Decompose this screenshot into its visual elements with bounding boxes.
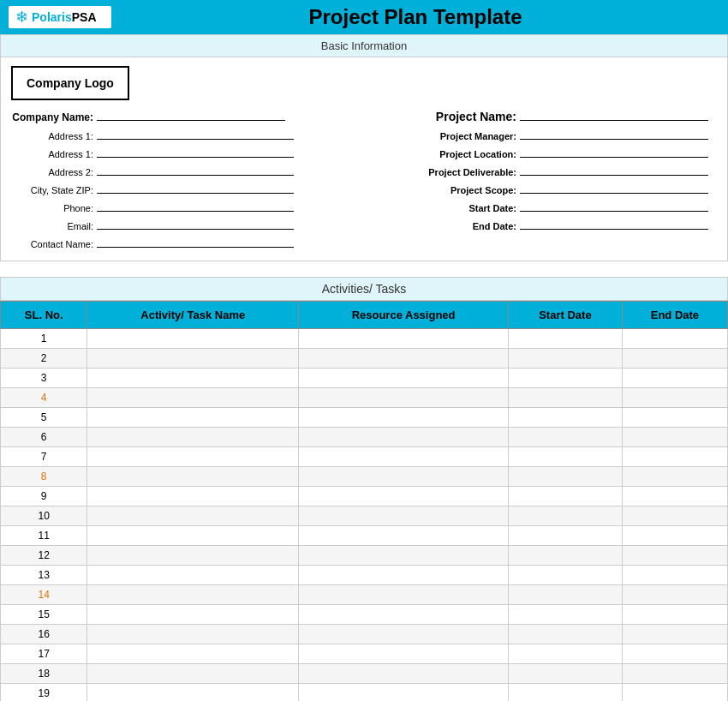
project-scope-row: Project Scope: <box>360 180 708 195</box>
row-activity[interactable] <box>87 447 299 467</box>
row-resource[interactable] <box>299 487 509 506</box>
row-startdate[interactable] <box>509 625 623 644</box>
row-resource[interactable] <box>299 625 509 644</box>
row-resource[interactable] <box>299 368 509 388</box>
row-number: 10 <box>1 506 87 526</box>
row-resource[interactable] <box>299 349 509 368</box>
row-resource[interactable] <box>299 506 509 526</box>
row-resource[interactable] <box>299 644 509 664</box>
row-resource[interactable] <box>299 664 509 684</box>
row-startdate[interactable] <box>509 526 623 546</box>
row-activity[interactable] <box>87 388 299 408</box>
row-startdate[interactable] <box>509 566 623 585</box>
phone-field[interactable] <box>97 198 294 212</box>
row-enddate[interactable] <box>622 625 727 644</box>
row-resource[interactable] <box>299 408 509 428</box>
row-resource[interactable] <box>299 447 509 467</box>
row-activity[interactable] <box>87 664 299 684</box>
row-enddate[interactable] <box>622 526 727 546</box>
row-enddate[interactable] <box>622 644 727 664</box>
row-activity[interactable] <box>87 625 299 644</box>
row-activity[interactable] <box>87 605 299 625</box>
row-enddate[interactable] <box>622 605 727 625</box>
row-enddate[interactable] <box>622 349 727 368</box>
row-enddate[interactable] <box>622 447 727 467</box>
row-startdate[interactable] <box>509 546 623 566</box>
row-activity[interactable] <box>87 467 299 487</box>
row-resource[interactable] <box>299 428 509 447</box>
row-enddate[interactable] <box>622 684 727 702</box>
row-enddate[interactable] <box>622 428 727 447</box>
email-field[interactable] <box>97 216 294 230</box>
contact-field[interactable] <box>97 234 294 248</box>
row-activity[interactable] <box>87 644 299 664</box>
row-activity[interactable] <box>87 368 299 388</box>
row-activity[interactable] <box>87 487 299 506</box>
row-enddate[interactable] <box>622 585 727 605</box>
row-activity[interactable] <box>87 684 299 702</box>
project-deliverable-field[interactable] <box>520 162 708 176</box>
row-resource[interactable] <box>299 605 509 625</box>
row-startdate[interactable] <box>509 605 623 625</box>
row-enddate[interactable] <box>622 664 727 684</box>
row-startdate[interactable] <box>509 349 623 368</box>
email-row: Email: <box>11 216 360 231</box>
row-startdate[interactable] <box>509 664 623 684</box>
row-activity[interactable] <box>87 506 299 526</box>
project-name-field[interactable] <box>520 107 708 121</box>
phone-row: Phone: <box>11 198 360 213</box>
table-row: 1 <box>1 329 728 349</box>
row-startdate[interactable] <box>509 467 623 487</box>
row-resource[interactable] <box>299 566 509 585</box>
row-enddate[interactable] <box>622 487 727 506</box>
row-startdate[interactable] <box>509 408 623 428</box>
city-field[interactable] <box>97 180 294 194</box>
table-row: 18 <box>1 664 728 684</box>
project-manager-field[interactable] <box>520 126 708 140</box>
row-startdate[interactable] <box>509 585 623 605</box>
row-startdate[interactable] <box>509 506 623 526</box>
address1a-field[interactable] <box>97 126 294 140</box>
row-resource[interactable] <box>299 546 509 566</box>
row-activity[interactable] <box>87 408 299 428</box>
row-resource[interactable] <box>299 467 509 487</box>
row-enddate[interactable] <box>622 546 727 566</box>
row-resource[interactable] <box>299 684 509 702</box>
start-date-field[interactable] <box>520 198 708 212</box>
address1b-field[interactable] <box>97 144 294 158</box>
row-enddate[interactable] <box>622 388 727 408</box>
row-resource[interactable] <box>299 388 509 408</box>
row-startdate[interactable] <box>509 329 623 349</box>
row-activity[interactable] <box>87 428 299 447</box>
row-activity[interactable] <box>87 546 299 566</box>
row-enddate[interactable] <box>622 368 727 388</box>
row-enddate[interactable] <box>622 408 727 428</box>
row-activity[interactable] <box>87 349 299 368</box>
row-startdate[interactable] <box>509 368 623 388</box>
address2-field[interactable] <box>97 162 294 176</box>
row-number: 11 <box>1 526 87 546</box>
end-date-field[interactable] <box>520 216 708 230</box>
table-row: 9 <box>1 487 728 506</box>
company-name-field[interactable] <box>97 107 285 121</box>
project-location-field[interactable] <box>520 144 708 158</box>
row-startdate[interactable] <box>509 684 623 702</box>
row-enddate[interactable] <box>622 506 727 526</box>
row-number: 15 <box>1 605 87 625</box>
row-resource[interactable] <box>299 526 509 546</box>
project-scope-field[interactable] <box>520 180 708 194</box>
row-enddate[interactable] <box>622 566 727 585</box>
row-resource[interactable] <box>299 329 509 349</box>
row-enddate[interactable] <box>622 467 727 487</box>
row-startdate[interactable] <box>509 447 623 467</box>
row-activity[interactable] <box>87 526 299 546</box>
row-startdate[interactable] <box>509 644 623 664</box>
row-activity[interactable] <box>87 329 299 349</box>
row-resource[interactable] <box>299 585 509 605</box>
row-activity[interactable] <box>87 585 299 605</box>
row-startdate[interactable] <box>509 388 623 408</box>
row-activity[interactable] <box>87 566 299 585</box>
row-startdate[interactable] <box>509 487 623 506</box>
row-enddate[interactable] <box>622 329 727 349</box>
row-startdate[interactable] <box>509 428 623 447</box>
